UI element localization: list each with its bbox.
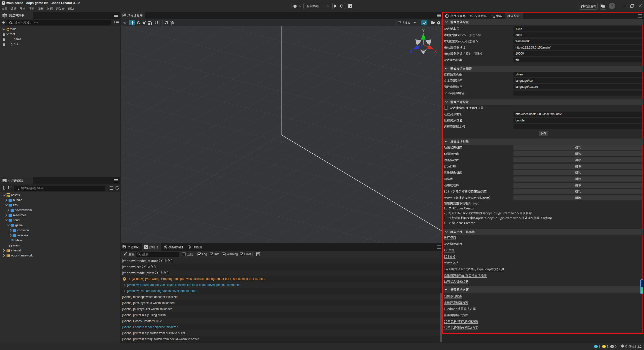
- svg-text:Z: Z: [410, 49, 412, 53]
- svg-text:Y: Y: [422, 28, 425, 33]
- svg-text:X: X: [434, 49, 437, 53]
